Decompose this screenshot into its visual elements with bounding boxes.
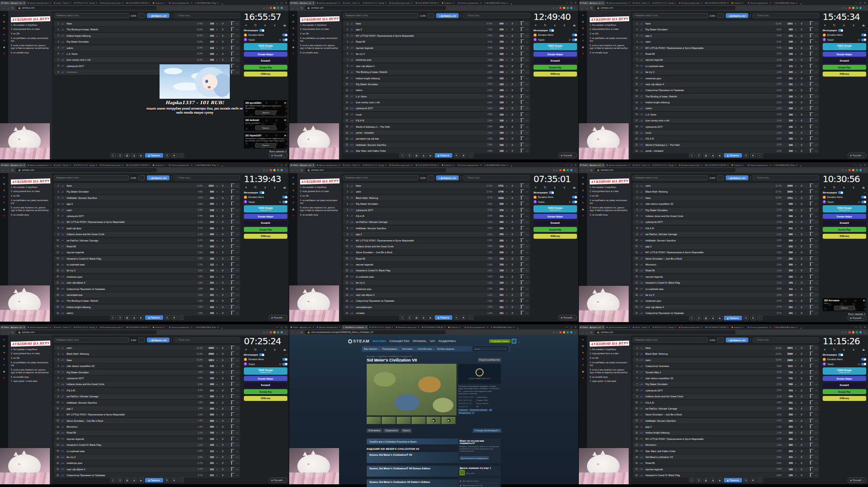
lot-name[interactable]: го cuphead шма	[66, 263, 190, 266]
lot-minus-button[interactable]: —	[234, 221, 240, 223]
lot-name[interactable]: на FlatOut: Ultimate Carnage	[355, 221, 480, 223]
lot-delete-button[interactable]	[228, 221, 234, 223]
browser-tab[interactable]: Sid Meier's Civilization VII в St...✕	[342, 325, 368, 329]
lot-row[interactable]: 15+52Road 961.1%150+₽—	[633, 268, 819, 273]
forward-button[interactable]: →	[296, 7, 299, 10]
lot-ruble-button[interactable]: ₽	[509, 263, 515, 266]
browser-tab[interactable]: Главная✕	[730, 163, 747, 167]
lot-name[interactable]: L.A. Noire	[66, 53, 190, 55]
lot-name[interactable]: край оф фир	[66, 227, 190, 230]
add-time-button[interactable]: ∧	[843, 24, 845, 27]
lot-plus-button[interactable]: +	[793, 47, 799, 49]
lot-delete-button[interactable]	[518, 95, 524, 98]
tab-close-icon[interactable]: ✕	[796, 164, 798, 166]
lot-delete-button[interactable]	[228, 401, 234, 404]
lot-row[interactable]: 19+62far cry 30.8%105+₽—	[633, 292, 819, 298]
lot-plus-button[interactable]: +	[793, 377, 799, 380]
lot-plus-button[interactable]: +	[214, 40, 220, 43]
reload-button[interactable]: ↻	[301, 6, 303, 10]
donate-button-donatex[interactable]: DonateX	[823, 221, 866, 226]
window-maximize-button[interactable]: ▢	[281, 326, 283, 328]
lot-delete-button[interactable]	[807, 352, 813, 355]
lot-row[interactable]: 19+62portal - reloaded2.9%100+₽—	[343, 130, 530, 135]
language-selector[interactable]: ⊕Русский⌄	[848, 477, 866, 483]
lot-delete-button[interactable]	[807, 89, 813, 92]
lot-minus-button[interactable]: —	[524, 149, 530, 152]
crosshair-button[interactable]: ✚	[171, 315, 177, 320]
lot-name[interactable]: MY LITTLE PONY: Приключение в бухте Мари…	[355, 239, 480, 242]
percent-input[interactable]	[138, 175, 145, 180]
rules-tab-button[interactable]: ▮Правила	[145, 478, 163, 482]
lot-plus-button[interactable]: +	[504, 113, 509, 116]
twitch-icon[interactable]: ●	[581, 357, 585, 361]
store-subnav-item-0[interactable]: Ваш магазин ⌄	[364, 348, 379, 350]
lot-row[interactable]: 9+8Indiana Jones and the Great Circle3.1…	[54, 231, 240, 237]
donate-button-юmoney[interactable]: ЮMoney	[244, 234, 287, 239]
settings-gear-icon[interactable]: ⚙	[291, 19, 296, 24]
lot-name[interactable]: го cuphead шма	[645, 288, 769, 290]
lot-ruble-button[interactable]: ₽	[509, 149, 515, 152]
lot-row[interactable]: 1+6банк22.6%1051+₽—	[633, 21, 819, 26]
lot-delete-button[interactable]	[228, 251, 234, 254]
lot-plus-button[interactable]: +	[214, 251, 220, 254]
wheel-spin-button[interactable]: ↻	[399, 153, 405, 158]
lot-row[interactable]: 12+7sekiro2.9%100+₽—	[343, 87, 530, 93]
lot-plus-button[interactable]: +	[504, 95, 509, 98]
lot-minus-button[interactable]: —	[813, 227, 819, 230]
lot-minus-button[interactable]: —	[234, 65, 240, 68]
lot-plus-button[interactable]: +	[504, 257, 509, 260]
lot-row[interactable]: 10+4геометри дэш2.2%101+₽—	[633, 76, 819, 81]
integration-toggle[interactable]	[282, 39, 287, 41]
lot-name[interactable]: far cry 3	[645, 294, 769, 296]
lot-plus-button[interactable]: +	[214, 389, 220, 392]
lot-plus-button[interactable]: +	[214, 438, 220, 440]
donate-button-donatex[interactable]: DonateX	[823, 58, 866, 63]
screenshot-thumbnail[interactable]	[367, 417, 381, 424]
lot-name[interactable]: Sid Meier's civilization VII	[645, 456, 769, 458]
lot-minus-button[interactable]: —	[813, 352, 819, 355]
lot-ruble-button[interactable]: ₽	[220, 251, 226, 254]
lot-row[interactable]: 10+4Hollow knight silksong2.9%100+₽—	[343, 76, 530, 81]
browser-tab[interactable]: Всякий интересный кон...✕	[99, 163, 125, 167]
lot-minus-button[interactable]: —	[234, 365, 240, 367]
lot-ruble-button[interactable]: ₽	[509, 251, 515, 254]
lot-row[interactable]: 20+44Road 960.8%150+₽—	[633, 460, 819, 466]
lot-row[interactable]: 21+20Hollow knight silksong1.5%100+₽—	[54, 304, 240, 310]
add-lot-button[interactable]: + Добавить лот	[436, 13, 459, 18]
integrations-toggle[interactable]	[259, 29, 264, 32]
browser-tab[interactable]: twitch - Twitch✕	[342, 1, 362, 5]
lot-plus-button[interactable]: +	[504, 281, 509, 284]
extension-icon[interactable]	[859, 7, 862, 9]
browser-tab[interactable]: twitch - Twitch✕	[631, 163, 651, 167]
lot-ruble-button[interactable]: ₽	[509, 203, 515, 205]
lot-ruble-button[interactable]: ₽	[220, 299, 226, 302]
lot-minus-button[interactable]: —	[524, 144, 530, 146]
tab-close-icon[interactable]: ✕	[770, 164, 771, 166]
lot-name[interactable]: sekiro	[645, 107, 769, 110]
lot-plus-button[interactable]: +	[214, 444, 220, 446]
lot-row[interactable]: 6+9clair obscur expedition 334.0%741+₽—	[633, 376, 819, 381]
lot-plus-button[interactable]: +	[793, 28, 799, 31]
lot-name[interactable]: love money rock n roll	[645, 119, 769, 122]
menu-icon[interactable]: ⋮	[284, 169, 287, 172]
lot-plus-button[interactable]: +	[504, 227, 509, 230]
collapse-icon[interactable]: —	[285, 353, 287, 356]
extension-icon[interactable]	[273, 331, 276, 333]
lot-name[interactable]: sekiro	[355, 89, 480, 92]
lot-row[interactable]: 17+34Assassin's Creed IV: Black Flag1.1%…	[633, 280, 819, 285]
lot-row[interactable]: 6+9F.E.A.R.3.3%341+₽—	[343, 213, 530, 219]
lot-row[interactable]: 4+23Pig Skater Simulator4.9%500+₽—	[343, 201, 530, 207]
lot-delete-button[interactable]	[228, 468, 234, 471]
integration-settings-icon[interactable]: ⚙	[858, 201, 860, 203]
lot-minus-button[interactable]: —	[524, 269, 530, 272]
notification-accept-button[interactable]: Принял	[255, 143, 276, 148]
lot-plus-button[interactable]: +	[793, 365, 799, 367]
lot-name[interactable]: рдр 2	[645, 34, 769, 37]
tab-close-icon[interactable]: ✕	[701, 326, 703, 328]
lot-name[interactable]: сатисфактори	[66, 294, 190, 296]
download-icon[interactable]: ⤓	[553, 169, 554, 172]
lot-minus-button[interactable]: —	[234, 251, 240, 254]
crosshair-button[interactable]: ✚	[750, 153, 756, 158]
lot-delete-button[interactable]	[807, 47, 813, 49]
subtract-time-button[interactable]: ∨	[274, 24, 276, 27]
